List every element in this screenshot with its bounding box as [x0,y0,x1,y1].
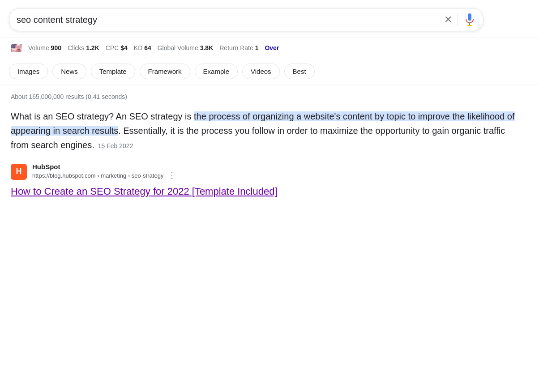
pill-videos[interactable]: Videos [242,64,280,79]
metric-clicks: Clicks 1.2K [68,44,99,51]
result-title-link[interactable]: How to Create an SEO Strategy for 2022 [… [11,186,278,197]
metric-cpc: CPC $4 [106,44,128,51]
metrics-row: 🇺🇸 Volume 900 Clicks 1.2K CPC $4 KD 64 G… [0,38,539,58]
flag-icon: 🇺🇸 [11,43,22,53]
svg-rect-0 [468,13,471,21]
search-input[interactable] [17,15,444,25]
metric-return-rate-value: 1 [255,44,259,51]
source-info: HubSpot https://blog.hubspot.com › marke… [32,163,176,180]
source-name: HubSpot [32,163,176,170]
mic-icon[interactable] [463,12,476,28]
metric-return-rate: Return Rate 1 [219,44,258,51]
hs-logo-text: H [16,167,22,176]
search-divider [458,13,458,26]
search-bar: ✕ [9,8,483,31]
snippet-date: 15 Feb 2022 [98,142,133,149]
pill-images[interactable]: Images [9,64,48,79]
metric-kd: KD 64 [134,44,151,51]
pill-news[interactable]: News [52,64,86,79]
source-url-text[interactable]: https://blog.hubspot.com › marketing › s… [32,172,163,179]
pill-template[interactable]: Template [91,64,135,79]
source-logo: H [11,164,27,180]
metric-volume-value: 900 [51,44,61,51]
source-options-icon[interactable]: ⋮ [168,170,176,180]
results-count: About 165,000,000 results (0.41 seconds) [11,93,528,100]
snippet-text-before: What is an SEO strategy? An SEO strategy… [11,111,194,121]
source-row: H HubSpot https://blog.hubspot.com › mar… [11,163,528,180]
metric-global-volume-value: 3.8K [200,44,214,51]
clear-icon[interactable]: ✕ [444,15,452,25]
overflow-link[interactable]: Over [265,44,279,51]
pill-framework[interactable]: Framework [140,64,190,79]
search-bar-container: ✕ [0,0,539,38]
source-url: https://blog.hubspot.com › marketing › s… [32,170,176,180]
metric-cpc-value: $4 [120,44,128,51]
results-container: About 165,000,000 results (0.41 seconds)… [0,85,539,205]
metric-volume: Volume 900 [28,44,61,51]
featured-snippet: What is an SEO strategy? An SEO strategy… [11,109,521,152]
metric-global-volume: Global Volume 3.8K [158,44,214,51]
metric-kd-value: 64 [144,44,151,51]
pill-example[interactable]: Example [195,64,238,79]
filter-pills: Images News Template Framework Example V… [0,58,539,85]
pill-best[interactable]: Best [284,64,315,79]
metric-clicks-value: 1.2K [86,44,99,51]
